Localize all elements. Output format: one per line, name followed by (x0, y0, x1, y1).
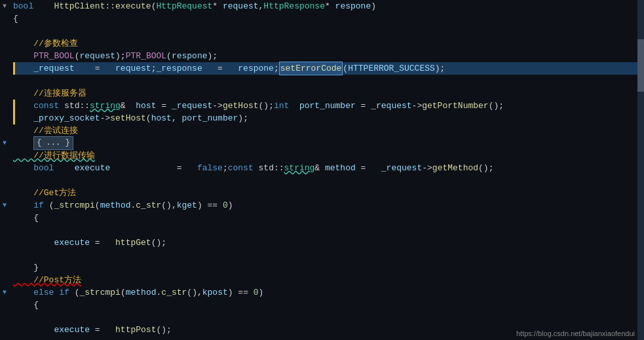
num-02: 0 (254, 286, 259, 299)
code-line-4: //参数检查 (13, 37, 639, 50)
collapsed-block[interactable]: { ... } (33, 136, 73, 150)
var-kpost: kpost (202, 286, 228, 299)
var-request3: _request (172, 100, 212, 112)
code-line-6: _request = request ; _response = respone… (13, 62, 639, 75)
const-httperror: HTTPERROR_SUCCESS (348, 62, 435, 75)
code-line-17: if ( _strcmpi ( method . c_str (), kget … (13, 199, 639, 212)
comment-1: //参数检查 (13, 37, 78, 50)
fn-httpget: httpGet (115, 236, 151, 249)
keyword-bool: bool (13, 0, 33, 12)
fn-execute: execute (115, 0, 151, 12)
code-line-1: bool HttpClient :: execute ( HttpRequest… (13, 0, 639, 12)
url-bar: https://blog.csdn.net/bajianxiaofendui (516, 330, 635, 337)
var-method3: method (126, 286, 157, 299)
comment-4: //进行数据传输 (13, 149, 95, 162)
var-proxysocket: _proxy_socket (33, 112, 100, 124)
code-line-18: { (13, 212, 639, 224)
kw-false: false (197, 162, 223, 174)
type-string1: string (90, 100, 121, 112)
comment-2: //连接服务器 (13, 87, 86, 100)
code-line-10: _proxy_socket -> setHost ( host , port_n… (13, 112, 639, 124)
code-line-9: const std:: string & host = _request -> … (13, 100, 639, 112)
kw-else: else (33, 286, 54, 299)
fn-strcmpi1: _strcmpi (54, 199, 94, 212)
fn-cstr1: c_str (136, 199, 161, 212)
fold-gutter[interactable]: ▼ ▼ ▼ ▼ (0, 0, 9, 340)
code-line-2: { (13, 12, 639, 25)
code-line-23: //Post方法 (13, 274, 639, 286)
type-string2: string (284, 162, 315, 174)
fn-httppost: httpPost (115, 324, 156, 336)
var-response: _response (156, 62, 202, 75)
kw-if2: if (59, 286, 69, 299)
fold-icon-12[interactable]: ▼ (3, 137, 7, 149)
type-httpresponse: HttpResponse (263, 0, 325, 12)
code-line-5: PTR_BOOL ( request ); PTR_BOOL ( respone… (13, 50, 639, 62)
code-lines: bool HttpClient :: execute ( HttpRequest… (9, 0, 644, 340)
fn-sethost: setHost (110, 112, 146, 124)
var-method2: method (100, 199, 131, 212)
code-area: ▼ ▼ ▼ ▼ (0, 0, 644, 340)
num-0: 0 (223, 199, 228, 212)
var-execute2: execute (54, 236, 90, 249)
comment-5: //Get方法 (13, 187, 76, 199)
code-line-13: //进行数据传输 (13, 149, 639, 162)
comment-6: //Post方法 (13, 274, 81, 286)
code-line-15 (13, 174, 639, 187)
fold-icon-17[interactable]: ▼ (3, 199, 7, 212)
code-line-8: //连接服务器 (13, 87, 639, 100)
kw-int: int (274, 100, 289, 112)
comment-3: //尝试连接 (13, 124, 78, 137)
fn-getmethod: getMethod (432, 162, 478, 174)
var-request: request (223, 0, 259, 12)
code-line-25: { (13, 299, 639, 311)
highlighted-seterrorcode: setErrorCode (279, 62, 343, 75)
fold-icon-1[interactable]: ▼ (3, 0, 7, 12)
code-line-16: //Get方法 (13, 187, 639, 199)
code-line-20: execute = httpGet (); (13, 236, 639, 249)
code-line-19 (13, 224, 639, 236)
kw-if: if (33, 199, 44, 212)
vertical-scrollbar[interactable] (637, 0, 644, 340)
code-line-24: else if ( _strcmpi ( method . c_str (), … (13, 286, 639, 299)
code-line-3 (13, 25, 639, 37)
var-resp: respone (172, 50, 208, 62)
code-line-11: //尝试连接 (13, 124, 639, 137)
var-kget: kget (177, 199, 197, 212)
fn-cstr2: c_str (161, 286, 187, 299)
code-line-14: bool execute = false ; const std:: strin… (13, 162, 639, 174)
var-request4: _request (371, 100, 411, 112)
var-host: host (136, 100, 156, 112)
var-request2: _request (33, 62, 74, 75)
fn-httpclient: HttpClient (54, 0, 105, 12)
var-portnumber: port_number (299, 100, 356, 112)
code-line-21 (13, 249, 639, 261)
fold-icon-24[interactable]: ▼ (3, 286, 7, 299)
var-method: method (325, 162, 356, 174)
macro-ptrbool2: PTR_BOOL (126, 50, 166, 62)
var-host2: host (151, 112, 172, 124)
code-line-7 (13, 75, 639, 87)
var-portnumber2: port_number (182, 112, 238, 124)
var-request5: _request (381, 162, 422, 174)
var-respone: respone (335, 0, 371, 12)
kw-const2: const (228, 162, 254, 174)
kw-bool2: bool (33, 162, 54, 174)
type-httprequest: HttpRequest (156, 0, 212, 12)
fn-gethost: getHost (223, 100, 259, 112)
kw-const: const (33, 100, 59, 112)
code-line-22: } (13, 261, 639, 274)
code-line-26 (13, 311, 639, 324)
var-execute: execute (75, 162, 111, 174)
var-req: request (79, 50, 115, 62)
code-editor: ▼ ▼ ▼ ▼ (0, 0, 644, 340)
macro-ptrbool1: PTR_BOOL (33, 50, 74, 62)
fn-getportnumber: getPortNumber (422, 100, 488, 112)
var-respone2: respone (238, 62, 274, 75)
var-req2: request (115, 62, 151, 75)
fn-strcmpi2: _strcmpi (79, 286, 120, 299)
scrollbar-thumb[interactable] (637, 39, 644, 92)
code-line-12: { ... } (13, 137, 639, 149)
var-execute3: execute (54, 324, 90, 336)
